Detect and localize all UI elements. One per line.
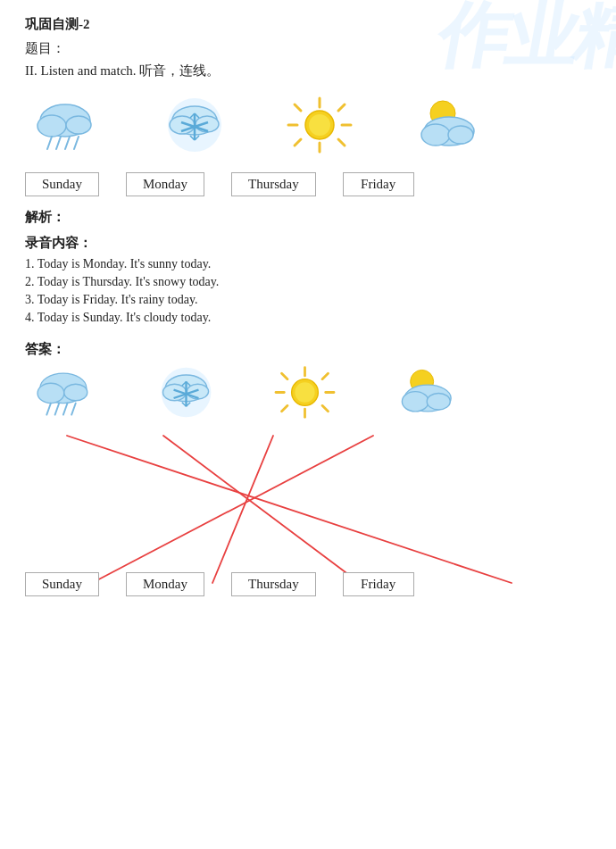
day-box-sunday-top: Sunday <box>25 172 99 196</box>
svg-point-63 <box>427 393 450 410</box>
day-box-sunday-bottom: Sunday <box>25 572 99 596</box>
svg-line-5 <box>65 137 70 149</box>
svg-line-57 <box>282 405 288 412</box>
cloudy-icon-bottom <box>390 363 457 421</box>
svg-line-54 <box>282 373 288 379</box>
rainy-icon-bottom <box>34 363 101 421</box>
svg-line-35 <box>46 404 51 415</box>
day-box-thursday-bottom: Thursday <box>231 572 316 596</box>
recording-item-1: 1. Today is Monday. It's sunny today. <box>25 257 591 271</box>
page: 作业精 巩固自测-2 题目： II. Listen and match. 听音，… <box>0 0 616 623</box>
day-box-friday-top: Friday <box>343 172 414 196</box>
svg-line-64 <box>67 436 512 583</box>
instruction: II. Listen and match. 听音，连线。 <box>25 62 591 79</box>
svg-line-37 <box>63 404 68 415</box>
svg-point-34 <box>64 384 87 401</box>
page-title: 巩固自测-2 <box>25 16 591 33</box>
day-box-friday-bottom: Friday <box>343 572 414 596</box>
svg-line-66 <box>212 436 273 583</box>
weather-icons-row-top <box>25 94 591 156</box>
answer-section: 答案： 作业精 <box>25 341 591 605</box>
sunny-icon-bottom <box>271 363 338 421</box>
svg-point-42 <box>187 384 208 399</box>
svg-line-6 <box>74 137 79 149</box>
cloudy-icon-top <box>409 94 480 156</box>
day-box-monday-top: Monday <box>126 172 204 196</box>
svg-line-67 <box>92 436 373 583</box>
svg-point-31 <box>448 126 473 144</box>
svg-point-27 <box>309 114 330 136</box>
recording-item-2: 2. Today is Thursday. It's snowy today. <box>25 275 591 289</box>
svg-line-65 <box>163 436 360 583</box>
day-box-thursday-top: Thursday <box>231 172 316 196</box>
weather-icons-row-bottom <box>25 363 591 421</box>
recording-item-3: 3. Today is Friday. It's rainy today. <box>25 293 591 307</box>
snowy-icon-top <box>159 94 230 156</box>
days-row-top: Sunday Monday Thursday Friday <box>25 172 591 196</box>
svg-line-55 <box>322 405 329 412</box>
days-row-bottom: Sunday Monday Thursday Friday <box>25 572 414 596</box>
answer-label: 答案： <box>25 341 591 358</box>
svg-point-33 <box>37 383 64 403</box>
svg-line-24 <box>338 104 345 111</box>
day-box-monday-bottom: Monday <box>126 572 204 596</box>
svg-point-10 <box>196 116 219 132</box>
svg-line-22 <box>295 104 301 111</box>
svg-line-3 <box>47 137 52 149</box>
svg-point-30 <box>421 124 450 146</box>
analysis-label: 解析： <box>25 209 591 226</box>
snowy-icon-bottom <box>153 363 220 421</box>
svg-line-56 <box>322 373 329 379</box>
svg-point-59 <box>295 382 314 402</box>
svg-point-62 <box>402 392 429 412</box>
svg-line-38 <box>71 404 76 415</box>
svg-line-4 <box>56 137 61 149</box>
sunny-icon-top <box>284 94 355 156</box>
recording-item-4: 4. Today is Sunday. It's cloudy today. <box>25 311 591 325</box>
watermark-top: 作业精 <box>433 0 616 71</box>
svg-point-2 <box>66 116 91 134</box>
svg-point-1 <box>37 115 66 137</box>
recording-label: 录音内容： <box>25 235 591 252</box>
svg-line-36 <box>55 404 60 415</box>
rainy-icon-top <box>34 94 105 156</box>
answer-connections-area: Sunday Monday Thursday Friday <box>25 427 591 605</box>
svg-line-25 <box>295 139 301 146</box>
subtitle: 题目： <box>25 40 591 57</box>
svg-line-23 <box>338 139 345 146</box>
